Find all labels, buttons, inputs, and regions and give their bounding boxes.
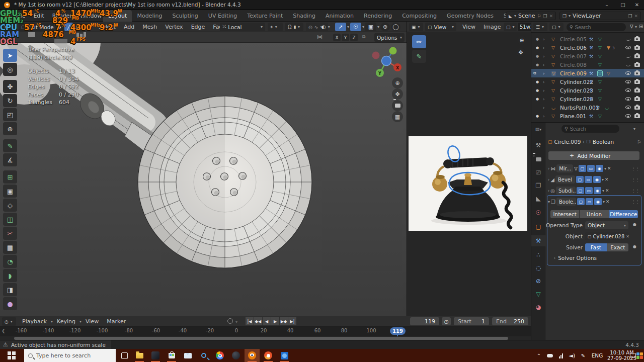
expand-chevron-icon[interactable]: › — [548, 166, 549, 171]
menu-vertex[interactable]: Vertex — [161, 22, 187, 33]
show-overlays-toggle[interactable]: ☉ — [350, 23, 361, 31]
pan-hand-button[interactable]: ✥ — [392, 88, 403, 100]
outliner-row-nurbspath001[interactable]: › ◡ NurbsPath.001 ⚒ ◡ — [531, 103, 644, 112]
pin-id-icon[interactable]: ⚐ — [637, 139, 641, 145]
properties-type-selector[interactable]: ▤▾ — [531, 124, 545, 135]
object-name[interactable]: Cylinder.028 — [560, 96, 593, 102]
properties-search-input[interactable] — [570, 126, 609, 132]
start-button[interactable] — [0, 349, 23, 362]
copy-viewlayer-icon[interactable]: ❐ — [628, 14, 632, 19]
object-name[interactable]: Circle.009 — [560, 70, 587, 76]
start-frame-field[interactable]: Start1 — [454, 317, 489, 325]
minimize-button[interactable]: – — [600, 0, 614, 10]
menu-mesh[interactable]: Mesh — [138, 22, 161, 33]
object-name[interactable]: NurbsPath.001 — [560, 105, 599, 111]
render-camera-icon[interactable] — [634, 46, 640, 50]
snap-target-icon[interactable]: ⧉ — [362, 34, 365, 40]
mode-dropdown[interactable]: ▢ Edit Mode ▾ — [19, 23, 54, 31]
expand-chevron-icon[interactable]: › — [548, 189, 549, 193]
snap-magnet-icon[interactable]: Ω — [288, 24, 292, 30]
hide-eye-icon[interactable] — [625, 106, 631, 109]
render-camera-icon[interactable] — [634, 114, 640, 118]
animate-dot[interactable]: ● — [633, 244, 636, 249]
image-editor-type-selector[interactable]: ▣▾ — [409, 23, 423, 31]
image-menu-image[interactable]: Image — [479, 21, 505, 33]
outliner-display-mode[interactable]: ▢▾ — [549, 23, 564, 31]
modifier-wrench-icon[interactable]: ⚒ — [589, 97, 593, 102]
filter-funnel-icon[interactable]: ∇ — [630, 24, 633, 29]
render-camera-icon[interactable] — [634, 88, 640, 93]
menu-add[interactable]: Add — [120, 22, 138, 33]
navigation-gizmo[interactable]: X Y — [369, 44, 404, 77]
material-icon[interactable]: ▽ — [607, 71, 610, 76]
render-camera-icon[interactable] — [634, 63, 640, 67]
mesh-data-icon[interactable]: ▽ — [598, 114, 602, 119]
reference-photo[interactable] — [409, 136, 527, 231]
image-editor[interactable]: ▣▾ ▢ View ▾ View Image ▢▾ 51w2Y4M ✏ ✎ ⊕ … — [407, 22, 531, 316]
properties-filter-dropdown[interactable]: ▾ — [633, 127, 635, 131]
blender-taskbar-icon[interactable] — [245, 349, 260, 362]
outliner-row-circle009-selected[interactable]: ⧉ › ▽ Circle.009 ⚒ ▽ ▽ — [531, 69, 644, 77]
modifier-extras-dropdown[interactable]: ▾ — [603, 200, 605, 204]
shading-wireframe-button[interactable]: ⊕ — [380, 23, 390, 31]
collapse-chevron-icon[interactable]: ▾ — [548, 200, 550, 204]
measure-tool[interactable]: ∡ — [3, 153, 17, 166]
image-zoom-button[interactable]: ⊕ — [517, 36, 526, 45]
modifier-name-field[interactable]: Mir... — [556, 164, 573, 172]
mesh-data-icon[interactable]: ▽ — [598, 88, 602, 93]
brave-icon[interactable] — [261, 349, 276, 362]
next-keyframe-button[interactable]: ▶◆ — [280, 317, 288, 325]
solver-fast[interactable]: Fast — [585, 243, 607, 251]
mesh-data-icon[interactable]: ▽ — [598, 45, 602, 50]
outliner-type-selector[interactable]: ☰▾ — [533, 23, 547, 31]
auto-keyframe-toggle[interactable] — [227, 318, 233, 324]
add-modifier-button[interactable]: + Add Modifier — [548, 151, 639, 160]
boolean-object-field[interactable]: ▢ Cylinder.028 ✕ — [585, 232, 628, 240]
mirror-y-button[interactable]: Y — [342, 34, 349, 41]
hide-eye-icon[interactable] — [625, 114, 631, 118]
mesh-data-icon[interactable]: ▽ — [598, 62, 602, 67]
realtime-display-toggle[interactable]: ▭ — [587, 165, 595, 172]
mesh-data-icon[interactable]: ▽ — [598, 54, 602, 59]
modifier-name-field[interactable]: Bevel — [555, 175, 575, 184]
scale-tool[interactable]: ◰ — [3, 108, 17, 121]
search-app-icon[interactable] — [196, 349, 211, 362]
annotate-tool[interactable]: ✎ — [3, 139, 17, 152]
menu-edit[interactable]: Edit — [29, 10, 48, 22]
hide-eye-icon[interactable] — [625, 55, 631, 58]
image-datablock-selector[interactable]: ▢▾ — [504, 23, 517, 31]
timeline-expand-arrow[interactable]: ❮ — [2, 328, 6, 333]
visibility-dropdown[interactable]: ◐▾ — [319, 23, 334, 31]
taskbar-search[interactable]: Type here to search — [24, 349, 116, 362]
object-name[interactable]: Circle.006 — [560, 45, 587, 51]
modifier-wrench-icon[interactable]: ⚒ — [589, 71, 593, 76]
mesh-data-icon[interactable]: ▽ — [598, 79, 602, 84]
tab-texture-paint[interactable]: Texture Paint — [242, 10, 288, 22]
drag-handle-icon[interactable]: ⋮⋮ — [631, 189, 639, 193]
knife-tool[interactable]: ✂ — [3, 227, 17, 240]
scene-selector[interactable]: ◣▾ Scene ⚐ ❐ ✕ — [506, 12, 556, 20]
modifier-name-field[interactable]: Subdi... — [556, 187, 576, 195]
vertex-select-button[interactable]: ● — [55, 23, 64, 31]
render-camera-icon[interactable] — [634, 71, 640, 75]
operand-type-dropdown[interactable]: Object ▾ — [585, 221, 628, 229]
dial-mesh[interactable] — [138, 96, 312, 268]
mesh-data-icon[interactable]: ▽ — [598, 37, 602, 42]
end-frame-field[interactable]: End250 — [492, 317, 528, 325]
modifier-extras-dropdown[interactable]: ▾ — [602, 177, 604, 182]
tab-layout[interactable]: Layout — [103, 10, 132, 22]
outliner[interactable]: ☰▾ ▢▾ ⚲ ∇▾ ⊞ ●› ▽ Circle.005 ⚒ ▽ ●› ▽ Ci… — [531, 22, 644, 122]
render-display-toggle[interactable]: ◉ — [596, 165, 603, 172]
mail-icon[interactable] — [180, 349, 195, 362]
breadcrumb-modifier[interactable]: Boolean — [593, 139, 614, 145]
extrude-region-tool[interactable]: ⊞ — [3, 170, 17, 184]
outliner-row-circle007[interactable]: ●› ▽ Circle.007 ⚒ ▽ — [531, 52, 644, 60]
pen-icon[interactable]: ✎ — [579, 349, 588, 362]
jump-to-start-button[interactable]: |◀ — [246, 317, 254, 325]
ortho-toggle-button[interactable]: ▦ — [392, 111, 403, 122]
camera-view-button[interactable] — [392, 100, 403, 111]
render-camera-icon[interactable] — [634, 54, 640, 58]
auto-keyframe-dropdown[interactable]: ▾ — [235, 320, 237, 324]
edge-slide-tool[interactable]: ◨ — [3, 283, 17, 296]
onedrive-icon[interactable] — [545, 349, 554, 362]
